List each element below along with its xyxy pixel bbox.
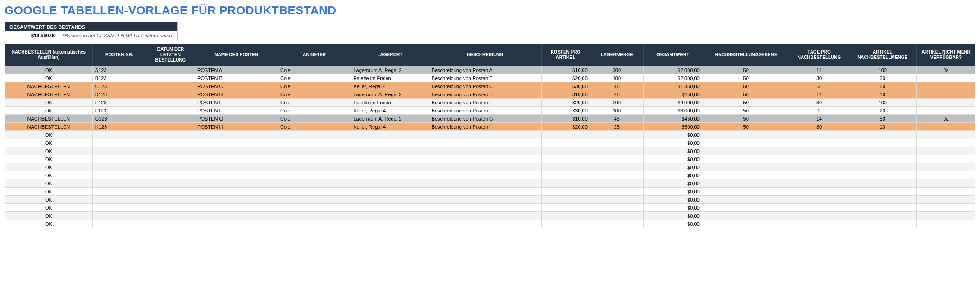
cell-level[interactable] [702,171,790,179]
cell-date[interactable] [146,123,195,131]
cell-total[interactable]: $2.000,00 [643,66,702,74]
cell-level[interactable] [702,204,790,212]
cell-item[interactable]: G123 [92,115,146,123]
cell-reorder[interactable]: OK [5,131,93,139]
cell-total[interactable]: $450,00 [643,115,702,123]
cell-date[interactable] [146,163,195,171]
cell-item[interactable] [92,212,146,220]
table-row[interactable]: OK$0,00 [5,188,975,196]
cell-item[interactable] [92,171,146,179]
cell-qty[interactable] [590,155,643,163]
cell-days[interactable] [790,139,848,147]
cell-total[interactable]: $0,00 [643,212,702,220]
cell-description[interactable] [429,147,541,155]
cell-description[interactable]: Beschreibung von Posten A [429,66,541,74]
cell-reorder[interactable]: NACHBESTELLEN [5,115,93,123]
cell-item[interactable]: D123 [92,90,146,99]
cell-description[interactable]: Beschreibung von Posten D [429,90,541,99]
cell-vendor[interactable] [278,212,351,220]
table-row[interactable]: OK$0,00 [5,204,975,212]
cell-reqty[interactable] [848,179,917,188]
cell-reorder[interactable]: OK [5,107,93,115]
cell-description[interactable] [429,204,541,212]
cell-name[interactable]: POSTEN B [195,74,278,82]
cell-reqty[interactable]: 20 [848,74,917,82]
cell-cost[interactable] [541,147,590,155]
cell-qty[interactable] [590,220,643,228]
cell-name[interactable]: POSTEN F [195,107,278,115]
cell-date[interactable] [146,107,195,115]
cell-item[interactable] [92,179,146,188]
table-row[interactable]: OK$0,00 [5,212,975,220]
cell-reorder[interactable]: OK [5,99,93,107]
cell-qty[interactable]: 25 [590,123,643,131]
cell-reqty[interactable] [848,147,917,155]
cell-name[interactable] [195,163,278,171]
cell-level[interactable] [702,188,790,196]
cell-description[interactable] [429,188,541,196]
cell-disc[interactable] [916,139,975,147]
cell-item[interactable] [92,220,146,228]
cell-reqty[interactable] [848,139,917,147]
cell-days[interactable] [790,220,848,228]
cell-level[interactable] [702,220,790,228]
cell-location[interactable]: Keller, Regal 4 [351,123,429,131]
cell-item[interactable]: H123 [92,123,146,131]
cell-vendor[interactable] [278,171,351,179]
cell-qty[interactable]: 200 [590,66,643,74]
table-row[interactable]: NACHBESTELLENG123POSTEN GColeLagerraum A… [5,115,975,123]
cell-vendor[interactable] [278,139,351,147]
cell-location[interactable]: Lagerraum A, Regal 2 [351,115,429,123]
cell-reqty[interactable] [848,220,917,228]
cell-qty[interactable] [590,212,643,220]
cell-disc[interactable]: Ja [916,115,975,123]
cell-name[interactable]: POSTEN C [195,82,278,90]
cell-days[interactable] [790,171,848,179]
cell-location[interactable] [351,171,429,179]
cell-location[interactable]: Keller, Regal 4 [351,107,429,115]
cell-days[interactable] [790,131,848,139]
cell-reqty[interactable]: 100 [848,66,917,74]
cell-vendor[interactable]: Cole [278,82,351,90]
cell-name[interactable] [195,204,278,212]
cell-qty[interactable]: 25 [590,90,643,99]
cell-reqty[interactable]: 100 [848,99,917,107]
cell-description[interactable] [429,220,541,228]
cell-total[interactable]: $0,00 [643,139,702,147]
cell-location[interactable] [351,155,429,163]
cell-cost[interactable] [541,204,590,212]
cell-reorder[interactable]: OK [5,147,93,155]
cell-days[interactable] [790,147,848,155]
cell-total[interactable]: $4.000,00 [643,99,702,107]
cell-name[interactable] [195,220,278,228]
cell-days[interactable] [790,196,848,204]
cell-description[interactable] [429,179,541,188]
table-row[interactable]: OK$0,00 [5,139,975,147]
table-row[interactable]: NACHBESTELLENC123POSTEN CColeKeller, Reg… [5,82,975,90]
cell-qty[interactable]: 100 [590,74,643,82]
cell-level[interactable]: 50 [702,107,790,115]
cell-qty[interactable]: 100 [590,107,643,115]
cell-qty[interactable] [590,171,643,179]
table-row[interactable]: OK$0,00 [5,147,975,155]
cell-vendor[interactable]: Cole [278,74,351,82]
cell-total[interactable]: $500,00 [643,123,702,131]
cell-date[interactable] [146,131,195,139]
cell-name[interactable] [195,155,278,163]
cell-cost[interactable]: $20,00 [541,99,590,107]
cell-description[interactable] [429,196,541,204]
cell-disc[interactable] [916,188,975,196]
cell-days[interactable] [790,204,848,212]
cell-location[interactable] [351,188,429,196]
cell-level[interactable] [702,163,790,171]
cell-total[interactable]: $1.350,00 [643,82,702,90]
cell-disc[interactable] [916,131,975,139]
cell-days[interactable] [790,188,848,196]
cell-total[interactable]: $0,00 [643,131,702,139]
cell-location[interactable]: Lagerraum A, Regal 2 [351,90,429,99]
table-row[interactable]: OK$0,00 [5,171,975,179]
cell-disc[interactable] [916,196,975,204]
cell-reqty[interactable] [848,131,917,139]
cell-item[interactable] [92,131,146,139]
cell-qty[interactable]: 200 [590,99,643,107]
